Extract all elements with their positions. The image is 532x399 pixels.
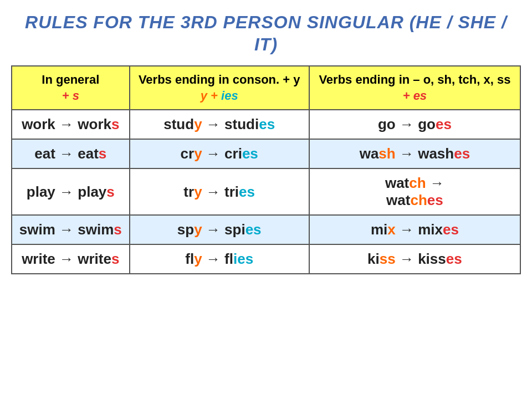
table-row: play → plays try → tries watch → watches: [12, 168, 520, 215]
cell-wash: wash → washes: [309, 139, 520, 168]
cell-work: work → works: [12, 110, 130, 139]
header-col-2: Verbs ending in conson. + y y + ies: [130, 66, 309, 110]
cell-study: study → studies: [130, 110, 309, 139]
header-col-1-line1: In general: [17, 72, 125, 88]
table-row: work → works study → studies go → goes: [12, 110, 520, 139]
header-col-2-line2: y + ies: [135, 88, 304, 104]
cell-cry: cry → cries: [130, 139, 309, 168]
cell-write: write → writes: [12, 244, 130, 274]
rules-table: In general + s Verbs ending in conson. +…: [11, 65, 521, 274]
table-row: write → writes fly → flies kiss → kisses: [12, 244, 520, 274]
cell-watch: watch → watches: [309, 168, 520, 215]
table-row: eat → eats cry → cries wash → washes: [12, 139, 520, 168]
table-header-row: In general + s Verbs ending in conson. +…: [12, 66, 520, 110]
header-col-3-line1: Verbs ending in – o, sh, tch, x, ss: [314, 72, 515, 88]
cell-go: go → goes: [309, 110, 520, 139]
header-col-1: In general + s: [12, 66, 130, 110]
header-col-2-line1: Verbs ending in conson. + y: [135, 72, 304, 88]
page-title: RULES FOR THE 3RD PERSON SINGULAR (HE / …: [11, 11, 521, 55]
cell-mix: mix → mixes: [309, 215, 520, 244]
cell-fly: fly → flies: [130, 244, 309, 274]
cell-eat: eat → eats: [12, 139, 130, 168]
cell-try: try → tries: [130, 168, 309, 215]
header-col-1-line2: + s: [17, 88, 125, 104]
cell-swim: swim → swims: [12, 215, 130, 244]
header-col-3: Verbs ending in – o, sh, tch, x, ss + es: [309, 66, 520, 110]
cell-spy: spy → spies: [130, 215, 309, 244]
cell-kiss: kiss → kisses: [309, 244, 520, 274]
header-col-3-line2: + es: [314, 88, 515, 104]
cell-play: play → plays: [12, 168, 130, 215]
table-row: swim → swims spy → spies mix → mixes: [12, 215, 520, 244]
